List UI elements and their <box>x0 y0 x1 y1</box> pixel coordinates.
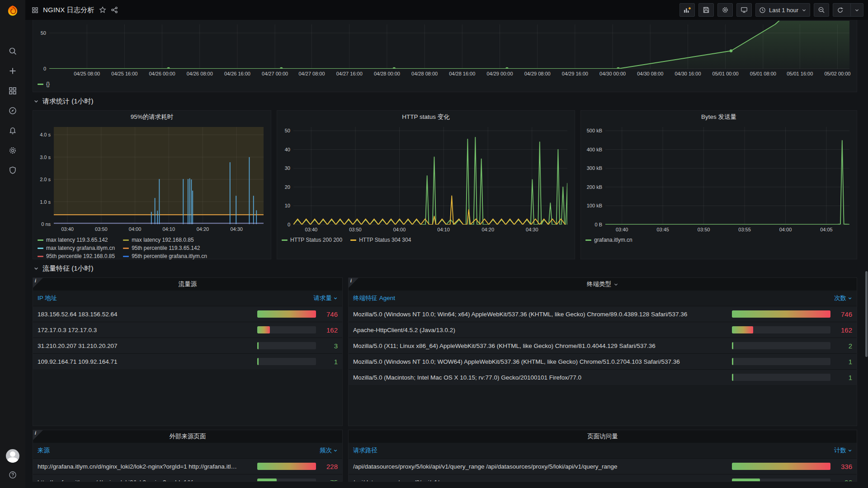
cell-value: 162 <box>732 326 857 334</box>
panel-info-icon[interactable]: i <box>33 278 43 288</box>
column-header-frequency[interactable]: 频次 <box>320 446 338 455</box>
panel-traffic-sources: i 流量源 IP 地址 请求量 183.156.52.64 183.156.52… <box>33 277 343 426</box>
share-icon[interactable] <box>111 6 118 14</box>
bar-gauge-track <box>257 342 316 349</box>
legend-series-color <box>38 256 43 257</box>
user-avatar[interactable] <box>6 449 19 463</box>
panel-info-icon[interactable]: i <box>33 430 43 440</box>
bytes-chart[interactable]: 0 B100 kB200 kB300 kB400 kB500 kB03:4003… <box>581 123 857 235</box>
legend-item[interactable]: {} <box>38 81 50 87</box>
svg-text:10: 10 <box>285 203 290 208</box>
http-status-chart[interactable]: 0102030405003:4003:5004:0004:1004:2004:3… <box>277 123 575 235</box>
cell-value: 96 <box>732 479 857 482</box>
cell-value: 1 <box>257 358 342 366</box>
column-header-ip[interactable]: IP 地址 <box>38 294 250 302</box>
cell-number: 75 <box>316 479 338 482</box>
refresh-interval-dropdown[interactable] <box>850 4 863 16</box>
legend-series-color <box>123 256 129 257</box>
sidebar-item-server-admin[interactable] <box>3 163 23 178</box>
column-header-count[interactable]: 次数 <box>834 294 852 302</box>
panel-title[interactable]: 95%的请求耗时 <box>33 111 271 123</box>
svg-text:03:50: 03:50 <box>698 227 710 232</box>
panel-title-text: 外部来源页面 <box>170 432 206 441</box>
sidebar-item-help[interactable] <box>3 468 23 482</box>
apps-icon <box>32 7 38 14</box>
star-icon[interactable] <box>99 6 106 14</box>
bar-gauge-fill <box>732 326 753 333</box>
sidebar-item-alerting[interactable] <box>3 123 23 138</box>
svg-text:04:05: 04:05 <box>820 227 833 232</box>
legend-series-color <box>585 239 591 241</box>
bell-icon <box>8 126 17 135</box>
column-header-agent[interactable]: 终端特征 Agent <box>353 294 725 302</box>
bar-gauge-track <box>257 310 316 318</box>
column-header-requests[interactable]: 请求量 <box>314 294 338 302</box>
section-row-request-stats[interactable]: 请求统计 (1小时) <box>33 92 857 110</box>
grafana-logo[interactable] <box>0 0 25 22</box>
tv-mode-button[interactable] <box>736 3 752 17</box>
section-row-traffic-features[interactable]: 流量特征 (1小时) <box>33 259 857 277</box>
legend-item[interactable]: max latency grafana.itlym.cn <box>38 245 115 251</box>
panel-title[interactable]: 页面访问量 <box>349 430 857 443</box>
latency-chart[interactable]: 0 ns1.0 s2.0 s3.0 s4.0 s03:4003:5004:000… <box>33 123 271 235</box>
svg-text:03:40: 03:40 <box>305 227 318 232</box>
panel-title[interactable]: 流量源 <box>33 278 342 291</box>
panel-external-referers: i 外部来源页面 来源 频次 http://grafana.itlym.cn/d… <box>33 430 343 482</box>
cell-number: 228 <box>316 463 338 470</box>
cell-value: 228 <box>257 463 342 470</box>
legend-item[interactable]: 95th percentile 192.168.0.85 <box>38 253 115 259</box>
panel-page-views: 页面访问量 请求路径 计数 /api/datasources/proxy/5/l… <box>348 430 857 482</box>
zoom-out-button[interactable] <box>814 3 829 17</box>
legend-item[interactable]: grafana.itlym.cn <box>585 237 632 243</box>
dashboard-settings-button[interactable] <box>717 3 733 17</box>
sidebar-item-create[interactable] <box>3 63 23 79</box>
legend-item[interactable]: max latency 119.3.65.142 <box>38 237 115 243</box>
panel-top-overview[interactable]: 05004/25 08:0004/25 16:0004/26 00:0004/2… <box>33 20 857 92</box>
column-header-count[interactable]: 计数 <box>834 446 852 455</box>
legend-series-label: 95th percentile 119.3.65.142 <box>132 245 200 251</box>
chevron-down-icon <box>802 8 807 13</box>
legend-item[interactable]: 95th percentile 119.3.65.142 <box>123 245 207 251</box>
column-header-referer[interactable]: 来源 <box>38 446 250 455</box>
legend-item[interactable]: max latency 192.168.0.85 <box>123 237 207 243</box>
chevron-down-icon <box>854 8 859 13</box>
table-header: 请求路径 计数 <box>349 443 857 458</box>
svg-text:04/30 08:00: 04/30 08:00 <box>637 71 663 76</box>
svg-text:03:50: 03:50 <box>95 226 108 232</box>
sidebar-item-explore[interactable] <box>3 103 23 118</box>
panel-title[interactable]: 外部来源页面 <box>33 430 342 443</box>
legend-item[interactable]: HTTP Status 304 304 <box>350 237 411 243</box>
svg-text:4.0 s: 4.0 s <box>40 132 51 137</box>
shield-icon <box>8 166 17 175</box>
help-icon <box>8 470 17 479</box>
dashboard-title[interactable]: NGINX 日志分析 <box>43 6 94 14</box>
save-dashboard-button[interactable] <box>698 3 714 17</box>
cell-text: /api/datasources/proxy/8/api/v1/query_ra… <box>353 479 728 482</box>
add-panel-button[interactable] <box>679 3 695 17</box>
panel-title[interactable]: 终端类型 <box>349 278 857 291</box>
overview-chart[interactable]: 05004/25 08:0004/25 16:0004/26 00:0004/2… <box>33 21 857 80</box>
panel-title[interactable]: HTTP status 变化 <box>277 111 575 123</box>
legend-series-label: max latency 192.168.0.85 <box>132 237 193 243</box>
cell-number: 2 <box>830 342 852 350</box>
column-header-path[interactable]: 请求路径 <box>353 446 725 455</box>
bar-gauge-fill <box>257 479 277 482</box>
legend-item[interactable]: 95th percentile grafana.itlym.cn <box>123 253 207 259</box>
table-row: Mozilla/5.0 (Windows NT 10.0; WOW64) App… <box>349 353 857 369</box>
page-scrollbar[interactable] <box>865 271 868 357</box>
table-row: http://grafana.itlym.cn/d/nginx_loki2/lo… <box>33 474 342 482</box>
sidebar-item-search[interactable] <box>3 43 23 59</box>
sidebar-item-configuration[interactable] <box>3 143 23 158</box>
legend-series-color <box>282 239 288 241</box>
panel-title-text: 页面访问量 <box>587 432 618 441</box>
chevron-down-icon <box>33 99 39 104</box>
refresh-button[interactable] <box>833 4 847 16</box>
panel-info-icon[interactable]: i <box>349 278 359 288</box>
bar-gauge-fill <box>732 479 760 482</box>
grafana-logo-icon <box>6 5 19 17</box>
sidebar-item-dashboards[interactable] <box>3 83 23 99</box>
legend-item[interactable]: HTTP Status 200 200 <box>282 237 342 243</box>
panel-title[interactable]: Bytes 发送量 <box>581 111 857 123</box>
time-range-picker[interactable]: Last 1 hour <box>755 3 810 17</box>
svg-text:04:00: 04:00 <box>129 226 142 232</box>
